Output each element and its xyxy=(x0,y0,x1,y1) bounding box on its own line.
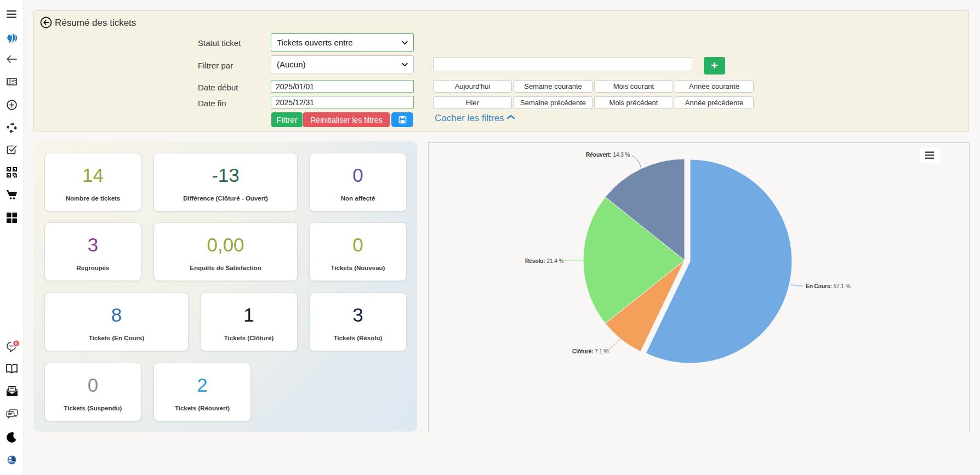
svg-text:8: 8 xyxy=(15,341,18,346)
